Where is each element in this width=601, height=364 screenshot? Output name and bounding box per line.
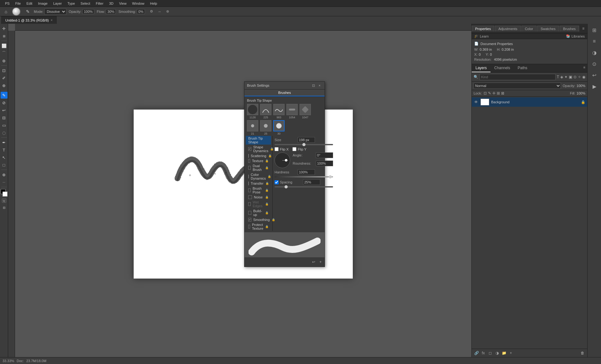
tab-close-icon[interactable]: ×: [51, 18, 53, 22]
brush-thumb-3[interactable]: 983: [273, 104, 285, 119]
bs-buildup-lock[interactable]: 🔒: [265, 211, 269, 214]
filter-smart-icon[interactable]: ✧: [578, 75, 581, 79]
more-tools[interactable]: ···: [1, 179, 8, 186]
bs-brush-tip-shape[interactable]: Brush Tip Shape: [246, 136, 271, 145]
lock-paint-icon[interactable]: ✎: [488, 91, 491, 95]
eraser-tool[interactable]: ⊟: [1, 114, 8, 121]
bs-spacing-input[interactable]: [303, 179, 320, 185]
move-tool[interactable]: ✛: [1, 25, 8, 32]
tab-brushes[interactable]: Brushes: [560, 26, 579, 32]
document-tab[interactable]: Untitled-1 @ 33.3% (RGB/8) ×: [1, 16, 57, 24]
bs-scattering-checkbox[interactable]: [248, 154, 249, 158]
add-style-icon[interactable]: fx: [480, 350, 486, 356]
link-layers-icon[interactable]: 🔗: [474, 350, 479, 356]
bs-roundness-input[interactable]: [316, 161, 333, 166]
prop-x-value[interactable]: 0: [479, 53, 480, 56]
bs-size-input[interactable]: [298, 137, 315, 143]
layers-fill-value[interactable]: 100%: [577, 91, 585, 95]
filter-toggle[interactable]: ◉: [582, 75, 585, 79]
filter-attr-icon[interactable]: ⊙: [573, 75, 577, 79]
background-color[interactable]: [3, 192, 8, 197]
tab-adjustments[interactable]: Adjustments: [495, 26, 521, 32]
tab-color[interactable]: Color: [521, 26, 537, 32]
new-layer-icon[interactable]: +: [508, 350, 514, 356]
bs-brush-pose-lock[interactable]: 🔒: [265, 189, 269, 192]
rectangular-marquee-tool[interactable]: ⬜: [1, 42, 8, 49]
gradient-tool[interactable]: ▭: [1, 122, 8, 129]
brush-pressure-icon[interactable]: ↔: [157, 9, 162, 14]
brush-tool[interactable]: ✎: [1, 92, 8, 99]
mode-select[interactable]: Dissolve: [44, 8, 66, 15]
bs-color-dynamics-lock[interactable]: 🔒: [268, 175, 271, 178]
filter-effect-icon[interactable]: ✦: [564, 75, 568, 79]
menu-view[interactable]: View: [116, 1, 129, 6]
prop-w-value[interactable]: 0.369 in: [480, 48, 492, 51]
bs-hardness-slider[interactable]: [275, 176, 333, 177]
lock-move-icon[interactable]: ⊞: [497, 91, 500, 95]
bs-brush-pose-checkbox[interactable]: [248, 188, 251, 192]
menu-3d[interactable]: 3D: [106, 1, 116, 6]
add-adjustment-icon[interactable]: ◑: [494, 350, 500, 356]
channels-panel-icon[interactable]: ⊙: [589, 59, 599, 69]
search-filter-icon[interactable]: 🔍: [474, 75, 478, 79]
tab-paths[interactable]: Paths: [514, 64, 531, 72]
bs-buildup[interactable]: Build-up 🔒: [246, 208, 271, 217]
canvas-background[interactable]: [15, 31, 471, 357]
brush-thumb-4[interactable]: 1054: [286, 104, 298, 119]
rectangle-tool[interactable]: □: [1, 161, 8, 168]
tab-swatches[interactable]: Swatches: [537, 26, 559, 32]
brush-thumb-6[interactable]: 21: [247, 120, 258, 135]
bs-angle-input[interactable]: [316, 152, 333, 158]
filter-type-icon[interactable]: T: [557, 75, 559, 79]
bs-size-slider[interactable]: [275, 144, 333, 145]
bs-noise-checkbox[interactable]: [248, 195, 252, 199]
menu-help[interactable]: Help: [147, 1, 160, 6]
bs-hardness-slider-thumb[interactable]: [329, 175, 332, 178]
bs-angle-dial[interactable]: [275, 152, 290, 168]
eyedropper-tool[interactable]: ✐: [1, 74, 8, 81]
pen-tool[interactable]: ✒: [1, 139, 8, 146]
bs-hardness-input[interactable]: [298, 169, 315, 175]
bs-transfer-checkbox[interactable]: [248, 182, 249, 185]
bs-undo-icon[interactable]: ↩: [311, 259, 316, 265]
bs-smoothing[interactable]: Smoothing 🔒: [246, 217, 271, 222]
brush-thumb-1[interactable]: 1126: [247, 104, 258, 119]
bs-texture-checkbox[interactable]: [248, 159, 250, 163]
smoothing-value[interactable]: 0%: [137, 9, 145, 14]
bs-spacing-slider[interactable]: [275, 186, 333, 187]
menu-file[interactable]: File: [13, 1, 23, 6]
libraries-button[interactable]: 📚 Libraries: [566, 34, 585, 38]
lock-nested-icon[interactable]: ⊠: [501, 91, 504, 95]
history-panel-icon[interactable]: ↩: [589, 70, 599, 80]
bs-shape-dynamics-checkbox[interactable]: [248, 147, 251, 151]
menu-type[interactable]: Type: [65, 1, 78, 6]
tab-layers[interactable]: Layers: [472, 64, 491, 72]
menu-window[interactable]: Window: [130, 1, 147, 6]
brush-thumb-2[interactable]: 225: [260, 104, 271, 119]
layers-blend-mode[interactable]: Normal: [474, 83, 561, 89]
layer-visibility-icon[interactable]: 👁: [474, 100, 479, 105]
menu-filter[interactable]: Filter: [93, 1, 106, 6]
lasso-tool[interactable]: ⌒: [1, 50, 8, 57]
quick-selection-tool[interactable]: ⊛: [1, 57, 8, 64]
bs-noise[interactable]: Noise 🔒: [246, 195, 271, 200]
learn-button[interactable]: 🎓 Learn: [474, 34, 489, 38]
bs-spacing-checkbox[interactable]: [275, 180, 279, 184]
bs-size-slider-thumb[interactable]: [302, 143, 306, 146]
bs-close-icon[interactable]: ×: [317, 83, 322, 88]
history-brush-tool[interactable]: ↩: [1, 107, 8, 114]
layers-kind-filter[interactable]: [480, 74, 556, 80]
menu-layer[interactable]: Layer: [51, 1, 64, 6]
brush-thumb-selected[interactable]: 30: [273, 120, 285, 135]
lock-artboard-icon[interactable]: ✛: [492, 91, 496, 95]
bs-transfer[interactable]: Transfer 🔒: [246, 181, 271, 186]
bs-scattering[interactable]: Scattering 🔒: [246, 153, 271, 158]
actions-panel-icon[interactable]: ▶: [589, 81, 599, 91]
bs-texture-lock[interactable]: 🔒: [265, 159, 269, 162]
bs-scattering-lock[interactable]: 🔒: [268, 154, 272, 157]
tab-channels[interactable]: Channels: [491, 64, 514, 72]
bs-spacing-slider-thumb[interactable]: [285, 185, 288, 188]
bs-color-dynamics-checkbox[interactable]: [248, 175, 249, 178]
flow-value[interactable]: 30%: [106, 9, 116, 14]
menu-image[interactable]: Image: [35, 1, 50, 6]
